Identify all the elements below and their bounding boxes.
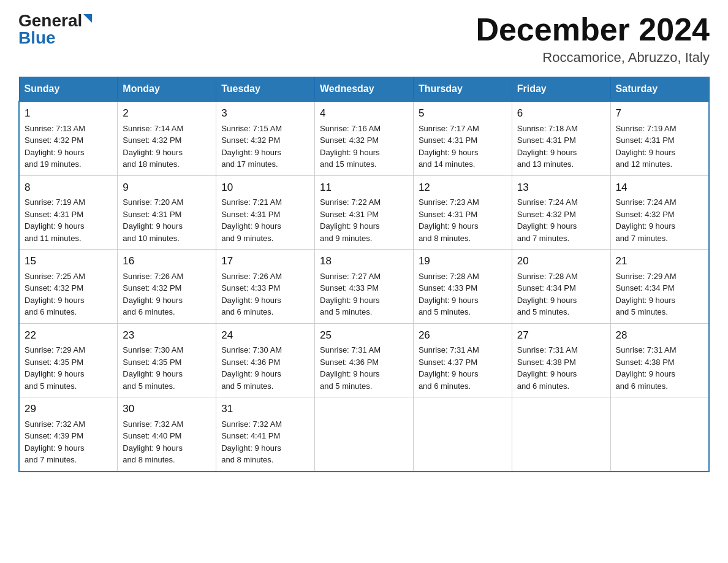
logo-general: General — [18, 12, 82, 29]
sunset-label: Sunset: 4:32 PM — [517, 210, 576, 219]
calendar-cell: 28Sunrise: 7:31 AMSunset: 4:38 PMDayligh… — [610, 323, 709, 397]
daylight-minutes: and 5 minutes. — [25, 381, 77, 391]
sunrise-label: Sunrise: 7:13 AM — [25, 124, 85, 133]
daylight-label: Daylight: 9 hours — [123, 443, 183, 453]
sunset-label: Sunset: 4:32 PM — [616, 210, 675, 219]
month-title: December 2024 — [476, 12, 710, 47]
daylight-minutes: and 7 minutes. — [25, 455, 77, 464]
calendar-cell — [610, 397, 709, 472]
daylight-label: Daylight: 9 hours — [123, 221, 183, 231]
sunset-label: Sunset: 4:31 PM — [419, 136, 477, 145]
logo-arrow-icon — [83, 14, 92, 23]
daylight-label: Daylight: 9 hours — [419, 221, 479, 231]
sunrise-label: Sunrise: 7:31 AM — [517, 345, 578, 354]
daylight-label: Daylight: 9 hours — [517, 148, 577, 157]
day-number: 7 — [616, 105, 703, 121]
calendar-week-row: 8Sunrise: 7:19 AMSunset: 4:31 PMDaylight… — [19, 175, 709, 250]
daylight-minutes: and 5 minutes. — [320, 381, 372, 391]
day-number: 13 — [517, 180, 605, 196]
sunset-label: Sunset: 4:31 PM — [419, 210, 477, 219]
daylight-minutes: and 12 minutes. — [616, 159, 673, 169]
daylight-minutes: and 13 minutes. — [517, 159, 574, 169]
sunset-label: Sunset: 4:31 PM — [123, 210, 181, 219]
sunrise-label: Sunrise: 7:28 AM — [419, 272, 479, 281]
sunset-label: Sunset: 4:36 PM — [221, 358, 280, 367]
sunset-label: Sunset: 4:38 PM — [517, 358, 576, 367]
sunrise-label: Sunrise: 7:23 AM — [419, 197, 479, 207]
daylight-label: Daylight: 9 hours — [221, 221, 281, 231]
calendar-cell: 15Sunrise: 7:25 AMSunset: 4:32 PMDayligh… — [19, 250, 118, 324]
col-saturday: Saturday — [610, 77, 709, 102]
sunset-label: Sunset: 4:38 PM — [616, 358, 675, 367]
daylight-minutes: and 5 minutes. — [123, 381, 175, 391]
daylight-minutes: and 8 minutes. — [221, 455, 273, 464]
daylight-minutes: and 6 minutes. — [419, 381, 471, 391]
daylight-minutes: and 6 minutes. — [221, 307, 273, 316]
calendar-cell: 29Sunrise: 7:32 AMSunset: 4:39 PMDayligh… — [19, 397, 118, 472]
calendar-cell: 24Sunrise: 7:30 AMSunset: 4:36 PMDayligh… — [216, 323, 315, 397]
daylight-minutes: and 19 minutes. — [25, 159, 82, 169]
daylight-label: Daylight: 9 hours — [123, 148, 183, 157]
daylight-label: Daylight: 9 hours — [517, 369, 577, 378]
sunset-label: Sunset: 4:32 PM — [221, 136, 280, 145]
calendar-cell: 31Sunrise: 7:32 AMSunset: 4:41 PMDayligh… — [216, 397, 315, 472]
logo: General Blue — [18, 12, 92, 47]
day-number: 31 — [221, 401, 309, 417]
daylight-minutes: and 6 minutes. — [25, 307, 77, 316]
daylight-minutes: and 6 minutes. — [616, 381, 668, 391]
day-number: 22 — [25, 327, 112, 343]
sunset-label: Sunset: 4:35 PM — [123, 358, 181, 367]
daylight-label: Daylight: 9 hours — [320, 221, 380, 231]
day-number: 21 — [616, 253, 703, 269]
day-number: 11 — [320, 180, 408, 196]
daylight-label: Daylight: 9 hours — [25, 369, 85, 378]
sunrise-label: Sunrise: 7:19 AM — [25, 197, 85, 207]
daylight-minutes: and 18 minutes. — [123, 159, 180, 169]
col-friday: Friday — [512, 77, 610, 102]
day-number: 30 — [123, 401, 211, 417]
daylight-label: Daylight: 9 hours — [123, 369, 183, 378]
sunrise-label: Sunrise: 7:19 AM — [616, 124, 677, 133]
sunrise-label: Sunrise: 7:30 AM — [123, 345, 183, 354]
sunrise-label: Sunrise: 7:32 AM — [123, 419, 183, 429]
daylight-minutes: and 9 minutes. — [221, 234, 273, 243]
sunset-label: Sunset: 4:31 PM — [25, 210, 83, 219]
daylight-minutes: and 7 minutes. — [517, 234, 569, 243]
sunset-label: Sunset: 4:31 PM — [221, 210, 280, 219]
calendar-cell: 6Sunrise: 7:18 AMSunset: 4:31 PMDaylight… — [512, 101, 610, 175]
sunrise-label: Sunrise: 7:26 AM — [221, 272, 282, 281]
calendar-cell: 7Sunrise: 7:19 AMSunset: 4:31 PMDaylight… — [610, 101, 709, 175]
calendar-cell — [315, 397, 414, 472]
day-number: 4 — [320, 105, 408, 121]
daylight-label: Daylight: 9 hours — [221, 296, 281, 305]
sunset-label: Sunset: 4:37 PM — [419, 358, 477, 367]
calendar-cell: 12Sunrise: 7:23 AMSunset: 4:31 PMDayligh… — [413, 175, 512, 250]
calendar-cell: 2Sunrise: 7:14 AMSunset: 4:32 PMDaylight… — [118, 101, 216, 175]
sunset-label: Sunset: 4:41 PM — [221, 431, 280, 440]
col-wednesday: Wednesday — [315, 77, 414, 102]
daylight-label: Daylight: 9 hours — [419, 148, 479, 157]
calendar-cell: 17Sunrise: 7:26 AMSunset: 4:33 PMDayligh… — [216, 250, 315, 324]
sunrise-label: Sunrise: 7:31 AM — [320, 345, 381, 354]
title-area: December 2024 Roccamorice, Abruzzo, Ital… — [476, 12, 710, 66]
daylight-label: Daylight: 9 hours — [419, 296, 479, 305]
daylight-minutes: and 15 minutes. — [320, 159, 377, 169]
calendar-week-row: 15Sunrise: 7:25 AMSunset: 4:32 PMDayligh… — [19, 250, 709, 324]
daylight-minutes: and 5 minutes. — [517, 307, 569, 316]
day-number: 2 — [123, 105, 211, 121]
daylight-minutes: and 5 minutes. — [221, 381, 273, 391]
calendar-cell: 10Sunrise: 7:21 AMSunset: 4:31 PMDayligh… — [216, 175, 315, 250]
day-number: 16 — [123, 253, 211, 269]
sunrise-label: Sunrise: 7:32 AM — [221, 419, 282, 429]
day-number: 27 — [517, 327, 605, 343]
daylight-minutes: and 5 minutes. — [419, 307, 471, 316]
sunrise-label: Sunrise: 7:29 AM — [616, 272, 677, 281]
sunset-label: Sunset: 4:32 PM — [123, 136, 181, 145]
sunrise-label: Sunrise: 7:31 AM — [616, 345, 677, 354]
day-number: 17 — [221, 253, 309, 269]
daylight-minutes: and 14 minutes. — [419, 159, 476, 169]
daylight-minutes: and 7 minutes. — [616, 234, 668, 243]
day-number: 8 — [25, 180, 112, 196]
sunset-label: Sunset: 4:40 PM — [123, 431, 181, 440]
sunset-label: Sunset: 4:32 PM — [320, 136, 379, 145]
